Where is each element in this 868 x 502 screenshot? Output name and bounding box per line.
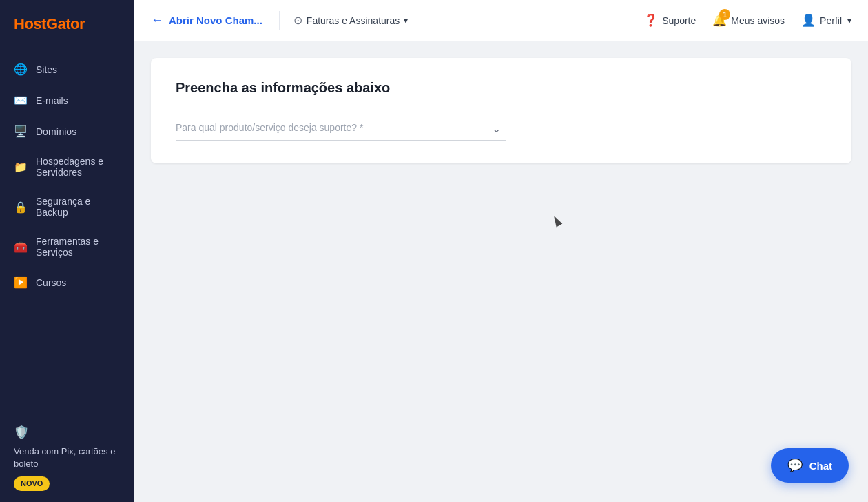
chat-bubble-icon: 💬 [787, 458, 803, 473]
novo-badge: NOVO [14, 476, 50, 491]
sidebar-item-ferramentas[interactable]: 🧰 Ferramentas e Serviços [0, 227, 134, 267]
tools-icon: 🧰 [14, 241, 28, 254]
sidebar-item-label: Ferramentas e Serviços [36, 236, 121, 258]
logo: HostGator [0, 0, 134, 48]
perfil-menu[interactable]: 👤 Perfil ▾ [801, 13, 851, 28]
sidebar-item-seguranca[interactable]: 🔒 Segurança e Backup [0, 187, 134, 227]
folder-icon: 📁 [14, 161, 28, 174]
avisos-badge: 1 [719, 9, 730, 20]
lock-icon: 🔒 [14, 201, 28, 214]
avisos-label: Meus avisos [731, 15, 785, 26]
suporte-label: Suporte [662, 15, 696, 26]
sidebar-item-cursos[interactable]: ▶️ Cursos [0, 267, 134, 298]
sidebar-item-label: Segurança e Backup [36, 196, 121, 218]
question-circle-icon: ❓ [643, 13, 658, 28]
card-title: Preencha as informações abaixo [176, 80, 827, 96]
suporte-link[interactable]: ❓ Suporte [643, 13, 696, 28]
main-area: ← Abrir Novo Cham... ⊙ Faturas e Assinat… [134, 0, 868, 502]
back-button[interactable]: ← Abrir Novo Cham... [151, 13, 262, 28]
sidebar: HostGator 🌐 Sites ✉️ E-mails 🖥️ Domínios… [0, 0, 134, 502]
chat-label: Chat [809, 460, 832, 472]
back-label: Abrir Novo Cham... [169, 14, 262, 26]
sidebar-item-hospedagens[interactable]: 📁 Hospedagens e Servidores [0, 147, 134, 187]
perfil-label: Perfil [820, 15, 842, 26]
play-icon: ▶️ [14, 276, 28, 289]
product-select[interactable]: Para qual produto/serviço deseja suporte… [176, 115, 506, 141]
sidebar-item-label: Cursos [36, 277, 66, 288]
monitor-icon: 🖥️ [14, 125, 28, 138]
product-select-wrapper: Para qual produto/serviço deseja suporte… [176, 115, 506, 141]
header-divider [279, 11, 280, 30]
email-icon: ✉️ [14, 94, 28, 107]
mouse-cursor [553, 215, 561, 228]
user-icon: 👤 [801, 13, 816, 28]
sidebar-nav: 🌐 Sites ✉️ E-mails 🖥️ Domínios 📁 Hospeda… [0, 48, 134, 413]
promo-icon: 🛡️ [14, 424, 121, 441]
sidebar-item-sites[interactable]: 🌐 Sites [0, 54, 134, 85]
chat-button[interactable]: 💬 Chat [771, 448, 849, 483]
faturas-menu[interactable]: ⊙ Faturas e Assinaturas ▾ [293, 14, 408, 27]
sidebar-item-label: E-mails [36, 95, 68, 106]
header: ← Abrir Novo Cham... ⊙ Faturas e Assinat… [134, 0, 868, 41]
globe-icon: 🌐 [14, 63, 28, 76]
sidebar-item-label: Hospedagens e Servidores [36, 156, 121, 178]
sidebar-promo: 🛡️ Venda com Pix, cartões e boleto NOVO [0, 413, 134, 502]
sidebar-item-label: Sites [36, 64, 57, 75]
faturas-label: Faturas e Assinaturas [307, 15, 400, 26]
form-card: Preencha as informações abaixo Para qual… [151, 58, 851, 163]
faturas-chevron-icon: ▾ [404, 16, 408, 26]
perfil-chevron-icon: ▾ [847, 16, 851, 26]
sidebar-item-dominios[interactable]: 🖥️ Domínios [0, 116, 134, 147]
promo-text: Venda com Pix, cartões e boleto [14, 446, 115, 469]
sidebar-item-label: Domínios [36, 126, 76, 137]
sidebar-item-emails[interactable]: ✉️ E-mails [0, 85, 134, 116]
back-arrow-icon: ← [151, 13, 163, 28]
avisos-button[interactable]: 🔔 1 Meus avisos [712, 13, 785, 28]
dollar-circle-icon: ⊙ [293, 14, 302, 27]
content-area: Preencha as informações abaixo Para qual… [134, 41, 868, 502]
